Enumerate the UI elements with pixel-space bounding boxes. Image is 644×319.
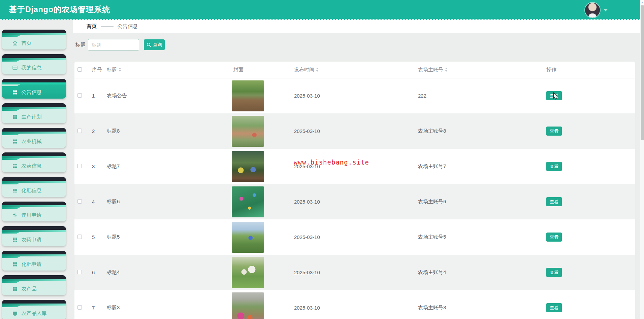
row-checkbox[interactable] (77, 199, 82, 204)
sidebar-item-body: 我的信息 (2, 60, 66, 74)
announcement-title: 标题3 (105, 290, 232, 319)
grid-icon (12, 139, 18, 144)
chevron-down-icon[interactable] (604, 9, 608, 11)
group-table-photo (232, 151, 264, 182)
select-all-checkbox[interactable] (77, 67, 82, 72)
sidebar-item-label: 公告信息 (22, 89, 42, 96)
sidebar-item-band (2, 279, 66, 281)
sidebar-item-band (2, 181, 66, 183)
vertical-scrollbar[interactable]: ▲ (640, 0, 644, 319)
column-header-cover: 封面 (232, 62, 293, 78)
sidebar-item-label: 农产品 (22, 286, 37, 292)
title-search-input[interactable] (88, 39, 139, 50)
scrollbar-thumb[interactable] (641, 5, 644, 140)
sidebar-item-label: 农业机械 (22, 138, 42, 145)
sidebar-item-body: 使用申请 (2, 207, 66, 221)
sidebar-item-农产品[interactable]: 农产品 (2, 275, 66, 295)
view-button[interactable]: 查看 (546, 197, 562, 206)
row-number: 7 (91, 290, 105, 319)
publish-date: 2025-03-10 (293, 78, 417, 113)
sidebar-item-首页[interactable]: 首页 (2, 30, 66, 49)
publish-date: 2025-03-10 (293, 219, 417, 255)
column-header-publish-time[interactable]: 发布时间 (293, 62, 417, 78)
scroll-up-arrow-icon[interactable]: ▲ (640, 0, 644, 5)
grid-icon (12, 286, 18, 292)
sidebar-item-band (2, 132, 66, 134)
sidebar-item-label: 农药申请 (22, 237, 42, 243)
sidebar-item-农产品入库[interactable]: 农产品入库 (2, 300, 66, 319)
sidebar-item-化肥信息[interactable]: 化肥信息 (2, 177, 66, 197)
sidebar-item-label: 化肥信息 (22, 187, 42, 194)
sidebar-item-公告信息[interactable]: 公告信息 (2, 79, 66, 99)
sidebar-item-body: 化肥申请 (2, 256, 66, 271)
sort-arrows-icon[interactable] (445, 68, 448, 72)
sliders-icon (12, 212, 18, 218)
grid-icon (12, 90, 18, 95)
row-checkbox[interactable] (77, 235, 82, 239)
sidebar-item-top-strip (2, 177, 66, 181)
sidebar-item-农药申请[interactable]: 农药申请 (2, 226, 66, 246)
app-title: 基于Django的农场管理系统 (9, 0, 110, 19)
publish-date: 2025-03-10 (293, 113, 417, 149)
breadcrumb-home-link[interactable]: 首页 (87, 23, 97, 30)
sidebar-item-body: 农药申请 (2, 232, 66, 246)
sidebar-item-top-strip (2, 30, 66, 33)
farmer-account: 农场主账号8 (417, 113, 545, 149)
breadcrumb: 首页 公告信息 (73, 20, 640, 33)
sidebar-item-生产计划[interactable]: 生产计划 (2, 103, 66, 123)
search-field-label: 标题 (75, 42, 86, 48)
column-header-farmer-account[interactable]: 农场主账号 (417, 62, 545, 78)
row-checkbox[interactable] (77, 305, 82, 310)
pavilion-photo (232, 116, 264, 147)
sidebar-item-label: 农药信息 (22, 163, 42, 169)
view-button[interactable]: 查看 (546, 233, 562, 242)
table-row: 2 标题8 2025-03-10 农场主账号8 查看 (74, 113, 635, 149)
row-checkbox[interactable] (77, 93, 82, 98)
row-number: 4 (91, 184, 105, 219)
sidebar-item-body: 首页 (2, 35, 66, 49)
sidebar-item-化肥申请[interactable]: 化肥申请 (2, 251, 66, 271)
sidebar-item-使用申请[interactable]: 使用申请 (2, 202, 66, 221)
row-number: 6 (91, 255, 105, 290)
announcement-title: 标题7 (105, 149, 232, 184)
table-row: 1 农场公告 2025-03-10 222 查看 (74, 78, 635, 113)
sidebar-item-body: 生产计划 (2, 109, 66, 123)
view-button[interactable]: 查看 (546, 162, 562, 171)
row-number: 3 (91, 149, 105, 184)
publish-date: 2025-03-10 (293, 290, 417, 319)
view-button[interactable]: 查看 (546, 91, 562, 100)
row-number: 2 (91, 113, 105, 149)
farmer-account: 农场主账号3 (417, 290, 545, 319)
sidebar-item-top-strip (2, 300, 66, 304)
sidebar-item-label: 我的信息 (22, 65, 42, 71)
sort-arrows-icon[interactable] (119, 68, 121, 72)
sidebar-item-农业机械[interactable]: 农业机械 (2, 128, 66, 148)
farmer-account: 农场主账号4 (417, 255, 545, 290)
row-checkbox[interactable] (77, 164, 82, 168)
sidebar-item-top-strip (2, 251, 66, 254)
row-checkbox[interactable] (77, 129, 82, 133)
row-checkbox[interactable] (77, 270, 82, 274)
query-button[interactable]: 查询 (144, 39, 165, 50)
search-icon (147, 42, 151, 47)
row-number: 1 (91, 78, 105, 113)
user-avatar[interactable] (585, 3, 600, 17)
announcements-table: 序号 标题 封面 发布时间 农场主账号 操作 (74, 62, 635, 319)
table-row: 5 标题5 2025-03-10 农场主账号5 查看 (74, 219, 635, 255)
sidebar-item-body: 公告信息 (2, 84, 66, 99)
top-header-bar: 基于Django的农场管理系统 (0, 0, 644, 20)
sidebar-item-top-strip (2, 54, 66, 58)
sidebar-item-band (2, 230, 66, 232)
view-button[interactable]: 查看 (546, 268, 562, 277)
sidebar-item-top-strip (2, 128, 66, 132)
sidebar-item-body: 化肥信息 (2, 183, 66, 197)
sidebar-item-农药信息[interactable]: 农药信息 (2, 152, 66, 172)
sidebar-item-body: 农产品入库 (2, 306, 66, 319)
sort-arrows-icon[interactable] (316, 68, 319, 72)
grid-icon (12, 261, 18, 267)
column-header-no[interactable]: 序号 (91, 62, 105, 78)
sidebar-item-我的信息[interactable]: 我的信息 (2, 54, 66, 74)
view-button[interactable]: 查看 (546, 127, 562, 136)
view-button[interactable]: 查看 (546, 303, 562, 312)
column-header-title[interactable]: 标题 (105, 62, 232, 78)
